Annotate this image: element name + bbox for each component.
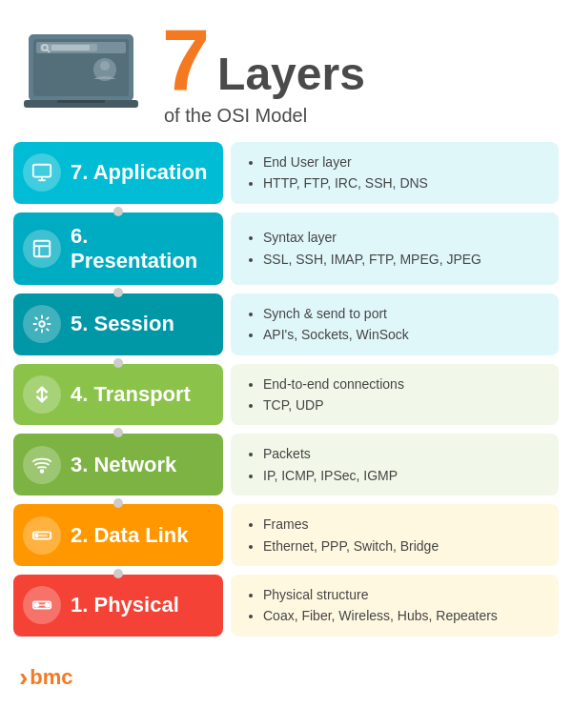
- layer-right-5: Synch & send to portAPI's, Sockets, WinS…: [231, 293, 559, 355]
- layer-bullet: SSL, SSH, IMAP, FTP, MPEG, JPEG: [263, 249, 543, 270]
- layer-row-3: 3. Network PacketsIP, ICMP, IPSec, IGMP: [13, 434, 559, 495]
- number-seven: 7: [162, 17, 210, 103]
- layer-bullet: Frames: [263, 514, 543, 535]
- layer-bullet: End User layer: [263, 152, 543, 172]
- layer-bullet: Synch & send to port: [263, 303, 543, 324]
- layer-label-2: 2. Data Link: [71, 523, 188, 548]
- layer-bullet: Ethernet, PPP, Switch, Bridge: [263, 536, 543, 556]
- bmc-brand-name: bmc: [30, 665, 72, 690]
- layer-left-3: 3. Network: [13, 434, 223, 495]
- layer-connector: [13, 569, 223, 578]
- layer-left-1: 1. Physical: [13, 575, 223, 637]
- page-title-block: 7 Layers of the OSI Model: [162, 17, 365, 127]
- layers-list: 7. Application End User layerHTTP, FTP, …: [0, 136, 572, 653]
- layer-left-6: 6. Presentation: [13, 212, 223, 285]
- svg-point-17: [39, 321, 45, 327]
- layer-right-4: End-to-end connectionsTCP, UDP: [231, 364, 559, 426]
- svg-point-25: [46, 603, 50, 607]
- svg-rect-14: [34, 241, 51, 257]
- layer-bullet: Physical structure: [263, 584, 543, 605]
- layer-bullet: Syntax layer: [263, 227, 543, 248]
- layer-bullet: IP, ICMP, IPSec, IGMP: [263, 465, 543, 486]
- layers-word: Layers: [217, 51, 365, 97]
- layer-right-6: Syntax layerSSL, SSH, IMAP, FTP, MPEG, J…: [231, 212, 559, 285]
- osi-subtitle: of the OSI Model: [164, 105, 365, 127]
- layer-left-2: 2. Data Link: [13, 504, 223, 566]
- layer-bullet: API's, Sockets, WinSock: [263, 324, 543, 345]
- layer-left-7: 7. Application: [13, 142, 223, 204]
- layer-label-3: 3. Network: [71, 453, 176, 477]
- connector-dot: [113, 207, 123, 216]
- laptop-illustration: [19, 30, 143, 115]
- svg-point-24: [35, 603, 39, 607]
- connector-dot: [113, 569, 123, 578]
- svg-rect-6: [51, 45, 90, 51]
- layer-bullet: HTTP, FTP, IRC, SSH, DNS: [263, 172, 543, 193]
- bmc-logo: › bmc: [19, 662, 73, 693]
- layer-connector: [13, 358, 223, 368]
- layer-right-1: Physical structureCoax, Fiber, Wireless,…: [231, 575, 559, 637]
- connector-dot: [113, 358, 123, 368]
- layer-right-7: End User layerHTTP, FTP, IRC, SSH, DNS: [231, 142, 559, 204]
- page-header: 7 Layers of the OSI Model: [0, 0, 572, 136]
- layer-connector: [13, 207, 223, 216]
- layer-connector: [13, 428, 223, 437]
- layer-row-6: 6. Presentation Syntax layerSSL, SSH, IM…: [13, 212, 559, 285]
- layer-left-5: 5. Session: [13, 293, 223, 355]
- layer-right-2: FramesEthernet, PPP, Switch, Bridge: [231, 504, 559, 566]
- layer-label-5: 5. Session: [71, 312, 174, 336]
- svg-point-19: [41, 470, 44, 473]
- connector-dot: [113, 288, 123, 297]
- layer-bullet: TCP, UDP: [263, 394, 543, 415]
- connector-dot: [113, 498, 123, 508]
- layer-right-3: PacketsIP, ICMP, IPSec, IGMP: [231, 434, 559, 495]
- svg-point-8: [100, 61, 110, 71]
- svg-rect-11: [33, 165, 51, 177]
- layer-row-1: 1. Physical Physical structureCoax, Fibe…: [13, 575, 559, 637]
- layer-bullet: End-to-end connections: [263, 374, 543, 394]
- layer-label-6: 6. Presentation: [71, 224, 214, 273]
- layer-left-4: 4. Transport: [13, 364, 223, 426]
- layer-connector: [13, 288, 223, 297]
- layer-icon-7: [23, 153, 61, 192]
- layer-label-7: 7. Application: [71, 160, 207, 185]
- layer-bullet: Packets: [263, 443, 543, 464]
- svg-point-21: [35, 534, 38, 536]
- layer-label-1: 1. Physical: [71, 593, 179, 617]
- layer-bullet: Coax, Fiber, Wireless, Hubs, Repeaters: [263, 605, 543, 626]
- layer-row-2: 2. Data Link FramesEthernet, PPP, Switch…: [13, 504, 559, 566]
- layer-icon-5: [23, 305, 61, 343]
- layer-icon-2: [23, 516, 61, 555]
- layer-row-7: 7. Application End User layerHTTP, FTP, …: [13, 142, 559, 204]
- layer-icon-3: [23, 446, 61, 484]
- layer-connector: [13, 498, 223, 508]
- svg-rect-10: [57, 100, 105, 103]
- layer-icon-4: [23, 375, 61, 414]
- layer-row-4: 4. Transport End-to-end connectionsTCP, …: [13, 364, 559, 426]
- layer-icon-6: [23, 230, 61, 268]
- connector-dot: [113, 428, 123, 437]
- page-footer: › bmc: [0, 653, 572, 706]
- layer-row-5: 5. Session Synch & send to portAPI's, So…: [13, 293, 559, 355]
- layer-icon-1: [23, 586, 61, 624]
- layer-label-4: 4. Transport: [71, 382, 191, 407]
- bmc-chevron-icon: ›: [19, 662, 28, 693]
